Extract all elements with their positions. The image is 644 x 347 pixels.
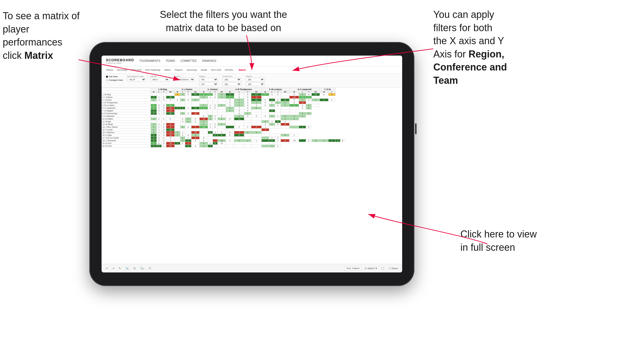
matrix-cell: 0: [161, 96, 166, 99]
matrix-cell: -6: [281, 123, 290, 126]
matrix-cell: 0: [157, 107, 161, 110]
matrix-cell: [251, 123, 262, 126]
matrix-cell: -19: [200, 126, 208, 128]
matrix-cell: 0: [269, 101, 275, 104]
matrix-cell: [244, 123, 251, 126]
matrix-cell: 0: [275, 104, 281, 107]
max-players-select[interactable]: Top 25: [127, 78, 146, 81]
matrix-cell: [251, 110, 262, 112]
full-view-radio[interactable]: [106, 76, 108, 78]
app-header: SCOREBOARD Powered by clippd TOURNAMENTS…: [102, 56, 402, 66]
matrix-cell: 0: [275, 120, 281, 123]
full-view-option[interactable]: Full View: [106, 75, 123, 78]
matrix-cell: [226, 145, 234, 147]
col-header-5: 5. M La Sasso: [262, 88, 290, 91]
subnav-summary[interactable]: Summary: [117, 68, 128, 72]
subnav-summary2[interactable]: Summary: [187, 68, 197, 72]
toolbar-zoom-out[interactable]: 🔍-: [124, 266, 130, 270]
matrix-cell: 2: [299, 96, 306, 99]
matrix-cell: 0: [320, 93, 328, 96]
matrix-cell: [251, 142, 262, 145]
sh-t2: T: [185, 91, 191, 93]
nav-committee[interactable]: COMMITTEE: [180, 59, 197, 63]
matrix-cell: 2: [166, 99, 174, 101]
matrix-cell: [226, 128, 234, 131]
toolbar-redo[interactable]: ↪: [111, 266, 116, 270]
nav-teams[interactable]: TEAMS: [166, 59, 175, 63]
sh-w7: W: [320, 91, 328, 93]
table-row: 6. C Lamprecht100-1624124100110601: [102, 107, 345, 110]
toolbar-undo[interactable]: ↩: [105, 266, 109, 270]
row-name: 11. M Ege: [102, 120, 151, 123]
toolbar-clock[interactable]: ⏱: [148, 266, 152, 270]
matrix-cell: 3: [157, 145, 161, 147]
annotation-top-left: To see a matrix of player performances c…: [3, 9, 89, 62]
toolbar-screen[interactable]: ⛶: [380, 266, 385, 270]
conference-select-2[interactable]: (All): [222, 82, 241, 86]
division-select[interactable]: NCAA Division I: [174, 78, 195, 81]
matrix-cell: 2: [251, 131, 262, 134]
nav-tournaments[interactable]: TOURNAMENTS: [139, 59, 160, 63]
compact-view-radio[interactable]: [106, 79, 108, 81]
matrix-cell: [234, 123, 244, 126]
compact-view-option[interactable]: Compact View: [106, 79, 123, 81]
players-select-2[interactable]: (All): [246, 82, 265, 86]
matrix-cell: 1: [213, 131, 217, 134]
matrix-cell: [180, 104, 185, 107]
filter-max-players: Max players in view Top 25: [127, 75, 146, 81]
matrix-cell: [290, 107, 299, 110]
subnav-h2h-heatmap[interactable]: H2H Heatmap: [145, 68, 161, 72]
toolbar-watch[interactable]: ⊙ Watch ▼: [363, 266, 378, 270]
matrix-cell: 2: [180, 134, 185, 137]
toolbar-refresh[interactable]: ↻: [118, 266, 122, 270]
matrix-cell: 7: [208, 145, 213, 147]
col-header-7: 7. G Sa: [320, 88, 336, 91]
matrix-cell: [174, 126, 180, 128]
toolbar-fit[interactable]: ⊡: [132, 266, 137, 270]
matrix-cell: 2: [234, 126, 244, 128]
matrix-cell: 1: [157, 128, 161, 131]
conference-select-1[interactable]: (All): [222, 78, 241, 81]
row-name: 4. M Thorbjornsen: [102, 101, 151, 104]
matrix-cell: [275, 118, 281, 120]
matrix-container[interactable]: 1. W Ding 2. L Clanton 3. J Koivun 4. M …: [102, 88, 402, 245]
subnav-players[interactable]: Players: [175, 68, 183, 72]
matrix-cell: 11: [234, 118, 244, 120]
subnav-matrix-active[interactable]: Matrix: [239, 68, 246, 72]
subnav-detail[interactable]: Detail: [201, 68, 207, 72]
matrix-cell: 1: [217, 104, 226, 107]
matrix-cell: 1: [174, 131, 180, 134]
gender-select[interactable]: Men's: [150, 78, 169, 81]
sh-l2: L: [180, 91, 185, 93]
matrix-cell: 3: [185, 139, 191, 142]
matrix-cell: 1: [185, 107, 191, 110]
region-select-1[interactable]: N/A: [199, 78, 218, 81]
matrix-cell: 46: [166, 112, 174, 115]
players-select-1[interactable]: (All): [246, 78, 265, 81]
matrix-cell: [244, 137, 251, 139]
table-row: 2. L Clanton21016110-1100-6-2422: [102, 96, 345, 99]
matrix-cell: [217, 110, 226, 112]
matrix-cell: [208, 112, 213, 115]
toolbar-view-button[interactable]: View: Original: [344, 266, 361, 270]
toolbar-zoom-in[interactable]: 🔍+: [139, 266, 145, 270]
matrix-cell: 1: [157, 126, 161, 128]
matrix-cell: 1: [208, 104, 213, 107]
matrix-cell: [185, 123, 191, 126]
nav-rankings[interactable]: RANKINGS: [202, 59, 216, 63]
region-select-2[interactable]: N/A: [199, 82, 218, 86]
subnav-matrix[interactable]: Matrix: [164, 68, 171, 72]
subnav-h2h-grid[interactable]: H2H Grid: [131, 68, 141, 72]
matrix-cell: 1: [157, 112, 161, 115]
matrix-cell: 1: [191, 126, 199, 128]
subnav-h2hhe[interactable]: H2HHe...: [225, 68, 235, 72]
matrix-table: 1. W Ding 2. L Clanton 3. J Koivun 4. M …: [102, 88, 345, 147]
subnav-h2h-grid2[interactable]: H2H Grid: [211, 68, 221, 72]
toolbar-share[interactable]: ↗ Share: [387, 266, 399, 270]
matrix-cell: 0: [185, 99, 191, 101]
matrix-cell: -15: [166, 110, 174, 112]
matrix-cell: [244, 118, 251, 120]
matrix-cell: 2: [151, 96, 157, 99]
filter-conference: Conference (All) (All): [222, 75, 241, 86]
subnav-teams[interactable]: Teams: [106, 68, 113, 72]
